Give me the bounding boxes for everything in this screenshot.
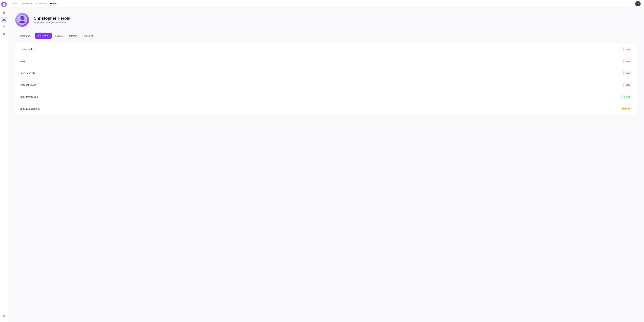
badge-price-sensivity: Low (623, 71, 632, 75)
table-row: Price Sensivity Low (15, 67, 637, 79)
breadcrumb-sep-1: › (19, 2, 19, 5)
badge-discount-usage: Low (623, 83, 632, 87)
main-area: Home › Organisation › Customers › Profil… (8, 0, 644, 322)
tab-interest[interactable]: Interest (66, 33, 80, 39)
tab-behaviour[interactable]: Behaviour (35, 32, 52, 39)
topnav: Home › Organisation › Customers › Profil… (8, 0, 644, 7)
sidebar-item-alerts[interactable] (1, 31, 7, 37)
behaviour-card: Lifetime Value Low Vitality Low Price Se… (15, 43, 637, 115)
badge-lifetime-value: Low (623, 47, 632, 51)
svg-point-5 (20, 16, 24, 20)
row-label-discount-usage: Discount Usage (20, 84, 36, 86)
table-row: Email Engagement Medium (15, 103, 637, 115)
tab-demography[interactable]: Demography (15, 33, 34, 39)
sidebar-item-customers[interactable] (1, 17, 7, 23)
app-logo[interactable] (1, 2, 7, 7)
badge-email-permission: Opt-In (622, 95, 632, 99)
sidebar-item-settings[interactable] (1, 313, 7, 319)
breadcrumb-home[interactable]: Home (12, 2, 17, 5)
row-label-email-engagement: Email Engagement (20, 107, 40, 110)
profile-info: Christopher Herold christopher.herod@bir… (34, 16, 70, 24)
profile-header: Christopher Herold christopher.herod@bir… (15, 12, 637, 27)
breadcrumb-organisation[interactable]: Organisation (21, 2, 33, 5)
svg-point-6 (24, 18, 24, 19)
breadcrumb-sep-3: › (48, 2, 49, 5)
page-content: Christopher Herold christopher.herod@bir… (8, 7, 644, 322)
profile-email: christopher.herod@birdsview.com (34, 21, 70, 24)
svg-rect-2 (3, 13, 4, 14)
table-row: Discount Usage Low (15, 79, 637, 91)
tab-autopilot[interactable]: Autopilot (81, 33, 96, 39)
profile-name: Christopher Herold (34, 16, 70, 21)
row-label-lifetime-value: Lifetime Value (20, 48, 34, 50)
badge-email-engagement: Medium (620, 107, 632, 111)
badge-vitality: Low (623, 59, 632, 63)
row-label-vitality: Vitality (20, 60, 26, 62)
sidebar-item-campaigns[interactable] (1, 24, 7, 30)
table-row: Lifetime Value Low (15, 43, 637, 55)
breadcrumb-sep-2: › (34, 2, 35, 5)
sidebar-item-dashboard[interactable] (1, 10, 7, 16)
svg-rect-3 (4, 13, 5, 14)
sidebar (0, 0, 8, 322)
breadcrumb-customers[interactable]: Customers (36, 2, 47, 5)
user-avatar[interactable]: OT (635, 1, 641, 6)
profile-tabs: Demography Behaviour Events Interest Aut… (15, 32, 637, 39)
table-row: Email Permission Opt-In (15, 91, 637, 103)
svg-rect-1 (4, 11, 5, 13)
row-label-price-sensivity: Price Sensivity (20, 72, 35, 74)
avatar (15, 12, 30, 27)
row-label-email-permission: Email Permission (20, 95, 38, 98)
svg-rect-0 (3, 11, 4, 13)
table-row: Vitality Low (15, 55, 637, 67)
tab-events[interactable]: Events (52, 33, 66, 39)
breadcrumb-profile: Profile (50, 2, 57, 5)
